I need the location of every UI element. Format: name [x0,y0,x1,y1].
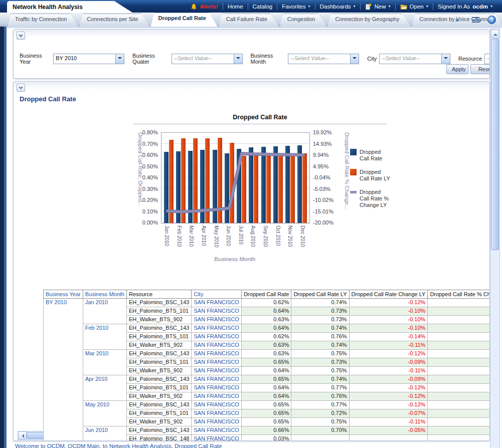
tab-congestion[interactable]: Congestion [280,14,327,27]
filter-select-business-quater[interactable]: --Select Value-- [172,54,243,64]
cell-measure: -12.07% [428,375,490,384]
cell-city[interactable]: SAN FRANCISCO [192,358,241,367]
dropdown-arrow-icon[interactable] [115,54,124,64]
cell-measure: 0.73% [291,358,349,367]
tab-connection-by-geography[interactable]: Connection by Geography [327,14,411,27]
right-axis-tick: 4.95% [313,163,339,169]
right-axis-tick: 9.94% [313,152,339,158]
cell-measure: 0.65% [241,358,291,367]
cell-city[interactable]: SAN FRANCISCO [192,341,241,350]
left-axis-tick: 0.10% [132,208,158,214]
page-vertical-scrollbar[interactable] [490,29,500,448]
page-vscroll-up-button[interactable] [491,30,499,38]
cell-city[interactable]: SAN FRANCISCO [192,435,241,441]
dropdown-arrow-icon[interactable] [350,54,359,64]
tab-call-failure-rate[interactable]: Call Failure Rate [219,14,279,27]
cell-city[interactable]: SAN FRANCISCO [192,401,241,409]
collapse-report-panel-icon[interactable] [17,84,25,92]
cell-business-month[interactable]: Apr 2010 [83,375,126,401]
cell-measure: -0.12% [349,401,428,409]
apply-button[interactable]: Apply [446,64,468,74]
x-axis-label: Nov 2010 [287,226,293,247]
cell-business-month[interactable]: Jun 2010 [83,426,126,441]
column-header: Dropped Call Rate % Change LY [428,290,490,299]
filter-label: Business Year [20,53,51,65]
dropdown-arrow-icon[interactable] [234,54,242,64]
menu-item-dashboards[interactable]: Dashboards▾ [315,0,360,13]
dropdown-arrow-icon[interactable] [441,54,450,64]
right-axis-tick: -20.00% [313,219,339,226]
filter-select-resource[interactable]: --Select Value-- [484,54,490,64]
cell-business-month[interactable]: Mar 2010 [83,350,126,375]
menu-item-alerts[interactable]: Alerts! [186,0,222,13]
cell-measure: 0.74% [291,299,349,307]
column-header: Resource [126,290,191,299]
tab-traffic-by-connection[interactable]: Traffic by Connection [8,14,78,27]
filter-label: Resource [458,56,482,62]
menu-item-signed-in-as[interactable]: Signed In Asocdm▾ [433,0,497,13]
cell-measure: -0.09% [349,375,428,384]
filter-value: --Select Value-- [174,55,212,61]
cell-business-month[interactable]: May 2010 [83,401,126,426]
filter-label: Business Month [251,53,286,65]
page-options-icon[interactable] [472,17,479,23]
cell-city[interactable]: SAN FRANCISCO [192,418,241,426]
table-row: Mar 2010EH_Palomino_BSC_143SAN FRANCISCO… [44,350,490,358]
page-vscroll-thumb[interactable] [491,39,499,250]
cell-city[interactable]: SAN FRANCISCO [192,426,241,435]
cell-city[interactable]: SAN FRANCISCO [192,392,241,401]
breadcrumb[interactable]: Welcome to OCDM, OCDM Main, to Network H… [15,443,222,448]
help-icon[interactable]: ? [487,16,496,24]
cell-measure: -13.99% [428,418,490,426]
reset-button[interactable]: Reset [470,64,490,74]
x-axis-label: Jun 2010 [226,226,231,246]
cell-measure: -0.09% [349,358,428,367]
report-panel: Dropped Call Rate Dropped Call Rate Drop… [13,81,490,441]
menu-item-favorites[interactable]: Favorites▾ [277,0,314,13]
table-hscroll-left-button[interactable] [18,431,27,439]
cell-resource: EH_Walker_BTS_902 [126,316,191,324]
cell-business-month[interactable]: Jan 2010 [83,299,126,324]
cell-resource: EH_Walker_BTS_902 [126,341,191,350]
top-header: Network Health Analysis Alerts!HomeCatal… [0,0,502,13]
cell-city[interactable]: SAN FRANCISCO [192,350,241,358]
cell-measure: 0.75% [291,367,349,375]
cell-resource: EH_Palomino_BTS_101 [126,333,191,341]
cell-measure: -17.91% [428,333,490,341]
tabstrip-icons: » ? [455,13,496,27]
chart-plot-area [161,132,310,223]
collapse-filter-panel-icon[interactable] [17,32,25,40]
menu-item-home[interactable]: Home [223,0,248,13]
cell-city[interactable]: SAN FRANCISCO [192,409,241,418]
cell-city[interactable]: SAN FRANCISCO [192,375,241,384]
cell-measure: 0.63% [241,350,291,358]
tab-dropped-call-rate[interactable]: Dropped Call Rate [150,13,217,27]
filter-select-business-month[interactable]: --Select Value-- [288,54,359,64]
cell-city[interactable]: SAN FRANCISCO [192,299,241,307]
cell-city[interactable]: SAN FRANCISCO [192,384,241,392]
x-axis-label: Jan 2010 [164,226,170,246]
cell-resource: EH_Palomino_BSC_143 [126,375,191,384]
menu-item-catalog[interactable]: Catalog [248,0,277,13]
cell-measure: -0.07% [349,409,428,418]
cell-city[interactable]: SAN FRANCISCO [192,307,241,316]
cell-resource: EH_Palomino_BSC_143 [126,324,191,333]
menu-item-label: Favorites [282,4,305,10]
cell-measure: -0.11% [349,418,428,426]
menu-item-open[interactable]: Open▾ [396,0,433,13]
cell-measure: -0.10% [349,324,428,333]
cell-city[interactable]: SAN FRANCISCO [192,367,241,375]
filter-select-city[interactable]: --Select Value-- [379,54,450,64]
tab-overflow-icon[interactable]: » [455,16,459,24]
cell-business-month[interactable]: Feb 2010 [83,324,126,350]
chevron-left-icon [20,434,24,438]
cell-city[interactable]: SAN FRANCISCO [192,324,241,333]
menu-item-new[interactable]: New▾ [361,0,395,13]
cell-city[interactable]: SAN FRANCISCO [192,333,241,341]
cell-city[interactable]: SAN FRANCISCO [192,316,241,324]
cell-measure: 0.76% [291,392,349,401]
cell-business-year[interactable]: BY 2010 [44,299,83,441]
dropped-call-rate-chart: Dropped Call Rate Dropped Call Rate, Dro… [14,82,489,287]
tab-connections-per-site[interactable]: Connections per Site [79,14,149,27]
filter-select-business-year[interactable]: BY 2010 [53,54,124,64]
